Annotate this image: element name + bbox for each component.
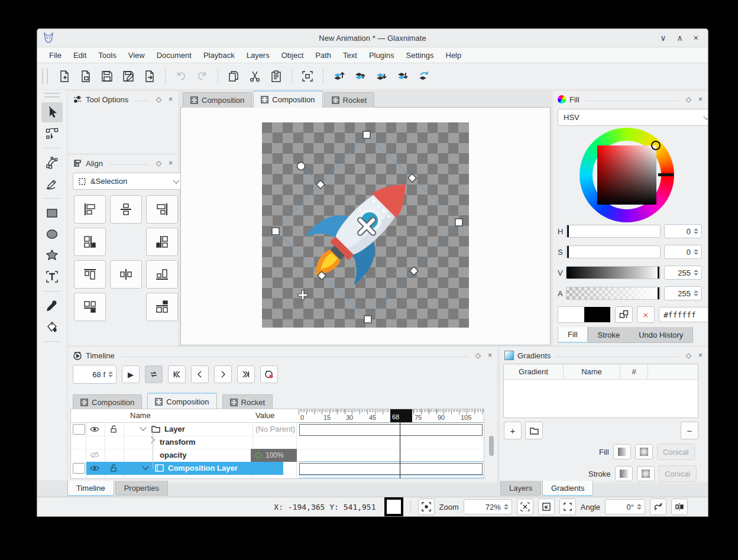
float-panel-button[interactable]: ◇ xyxy=(474,351,483,360)
flip-view-button[interactable] xyxy=(671,499,688,515)
unlocked-icon[interactable] xyxy=(110,464,117,472)
menu-view[interactable]: View xyxy=(122,51,151,60)
toolbar-handle[interactable] xyxy=(44,93,60,98)
undo-button[interactable] xyxy=(171,67,190,86)
remove-gradient-button[interactable]: − xyxy=(681,422,698,439)
align-left-button[interactable] xyxy=(74,195,106,224)
hue-wheel[interactable] xyxy=(580,128,674,222)
maximize-button[interactable]: ∧ xyxy=(677,33,683,43)
color-space-select[interactable]: HSV xyxy=(558,109,708,126)
row-checkbox[interactable] xyxy=(73,424,85,435)
fill-linear-gradient-button[interactable] xyxy=(613,444,631,459)
tool-draw[interactable] xyxy=(41,174,63,194)
close-panel-button[interactable]: × xyxy=(697,95,704,103)
selection-handle-top[interactable] xyxy=(363,131,370,138)
canvas-tab-composition-2[interactable]: Composition xyxy=(253,90,322,108)
close-panel-button[interactable]: × xyxy=(167,95,174,103)
close-panel-button[interactable]: × xyxy=(167,159,174,167)
value-spinbox[interactable]: 255 xyxy=(664,266,702,280)
dock-tab-layers[interactable]: Layers xyxy=(500,481,541,496)
fill-radial-gradient-button[interactable] xyxy=(635,444,653,459)
canvas-tab-composition-1[interactable]: Composition xyxy=(183,92,252,108)
layer-to-composition-button[interactable] xyxy=(415,67,433,86)
menu-file[interactable]: File xyxy=(43,51,67,60)
layer-lower-bottom-button[interactable] xyxy=(393,67,412,86)
tool-fill-bucket[interactable] xyxy=(41,317,63,337)
frame-button[interactable] xyxy=(559,499,576,515)
tool-rectangle[interactable] xyxy=(41,203,63,223)
fill-conical-gradient-button[interactable]: Conical xyxy=(657,444,695,460)
close-panel-button[interactable]: × xyxy=(697,351,704,360)
last-frame-button[interactable] xyxy=(237,365,255,383)
timeline-row-transform[interactable]: transform xyxy=(71,436,484,449)
new-file-button[interactable] xyxy=(55,67,74,86)
close-panel-button[interactable]: × xyxy=(486,351,494,360)
gradients-table[interactable]: Gradient Name # xyxy=(503,364,698,418)
menu-help[interactable]: Help xyxy=(440,51,468,60)
expand-collapse-icon[interactable] xyxy=(140,424,146,430)
menu-document[interactable]: Document xyxy=(151,51,198,60)
zoom-spinbox[interactable]: 72% xyxy=(464,499,512,514)
menu-edit[interactable]: Edit xyxy=(67,51,92,60)
export-button[interactable] xyxy=(140,67,159,86)
row-checkbox[interactable] xyxy=(73,463,85,474)
visible-icon[interactable] xyxy=(90,465,99,472)
tool-node-edit[interactable] xyxy=(41,124,63,144)
tab-stroke[interactable]: Stroke xyxy=(588,327,630,342)
tool-bezier[interactable] xyxy=(41,153,63,173)
copy-button[interactable] xyxy=(224,67,243,86)
float-panel-button[interactable]: ◇ xyxy=(154,95,163,103)
align-right-button[interactable] xyxy=(146,195,178,224)
add-gradient-button[interactable]: + xyxy=(504,422,522,439)
float-panel-button[interactable]: ◇ xyxy=(684,351,693,360)
tab-undo-history[interactable]: Undo History xyxy=(629,327,692,342)
minimize-button[interactable]: ∨ xyxy=(660,33,666,43)
selection-handle-left[interactable] xyxy=(272,228,279,235)
paste-button[interactable] xyxy=(267,67,286,86)
timeline-row-opacity[interactable]: opacity 100% xyxy=(71,449,484,462)
cut-button[interactable] xyxy=(245,67,264,86)
menu-path[interactable]: Path xyxy=(309,51,337,60)
hex-color-field[interactable]: #ffffff xyxy=(659,307,708,322)
align-bottom-button[interactable] xyxy=(146,260,178,289)
open-file-button[interactable] xyxy=(76,67,95,86)
unlocked-icon[interactable] xyxy=(110,425,117,433)
selection-handle-right[interactable] xyxy=(455,219,462,226)
save-as-button[interactable] xyxy=(119,67,138,86)
float-panel-button[interactable]: ◇ xyxy=(154,159,163,167)
current-color-swatch[interactable] xyxy=(558,306,584,323)
alpha-spinbox[interactable]: 255 xyxy=(664,286,702,300)
align-outside-top-button[interactable] xyxy=(74,293,106,321)
align-outside-bottom-button[interactable] xyxy=(146,293,178,321)
tool-text[interactable] xyxy=(41,267,63,287)
track-bar-composition-layer[interactable] xyxy=(299,463,483,475)
menu-settings[interactable]: Settings xyxy=(400,51,440,60)
clear-color-button[interactable]: × xyxy=(637,306,655,323)
saturation-value-square[interactable] xyxy=(597,145,656,205)
track-bar-layer[interactable] xyxy=(299,424,483,436)
stroke-conical-gradient-button[interactable]: Conical xyxy=(659,465,697,482)
layer-raise-button[interactable] xyxy=(351,67,370,86)
current-frame-indicator[interactable]: 68 xyxy=(390,409,412,422)
current-color-indicator[interactable] xyxy=(384,497,403,516)
menu-layers[interactable]: Layers xyxy=(241,51,276,60)
loop-button[interactable] xyxy=(145,365,163,383)
previous-color-swatch[interactable] xyxy=(584,307,610,322)
redo-button[interactable] xyxy=(193,67,212,86)
zoom-to-selection-button[interactable] xyxy=(538,499,555,515)
visible-icon[interactable] xyxy=(90,426,99,433)
align-top-button[interactable] xyxy=(74,260,106,289)
playhead[interactable] xyxy=(400,409,400,478)
stroke-linear-gradient-button[interactable] xyxy=(615,466,633,481)
tab-fill[interactable]: Fill xyxy=(558,327,588,343)
timeline-tab-rocket[interactable]: Rocket xyxy=(222,394,273,410)
align-center-horizontal-button[interactable] xyxy=(110,195,142,224)
tool-star[interactable] xyxy=(41,245,63,266)
tool-color-picker[interactable] xyxy=(41,296,63,316)
menu-playback[interactable]: Playback xyxy=(198,51,241,60)
timeline-ruler[interactable]: 0 15 30 45 68 75 90 105 120 xyxy=(299,409,484,423)
play-button[interactable]: ▶ xyxy=(122,365,140,383)
frame-all-button[interactable] xyxy=(298,67,317,86)
record-keyframes-button[interactable] xyxy=(260,365,278,383)
timeline-scrollbar[interactable] xyxy=(489,436,494,456)
